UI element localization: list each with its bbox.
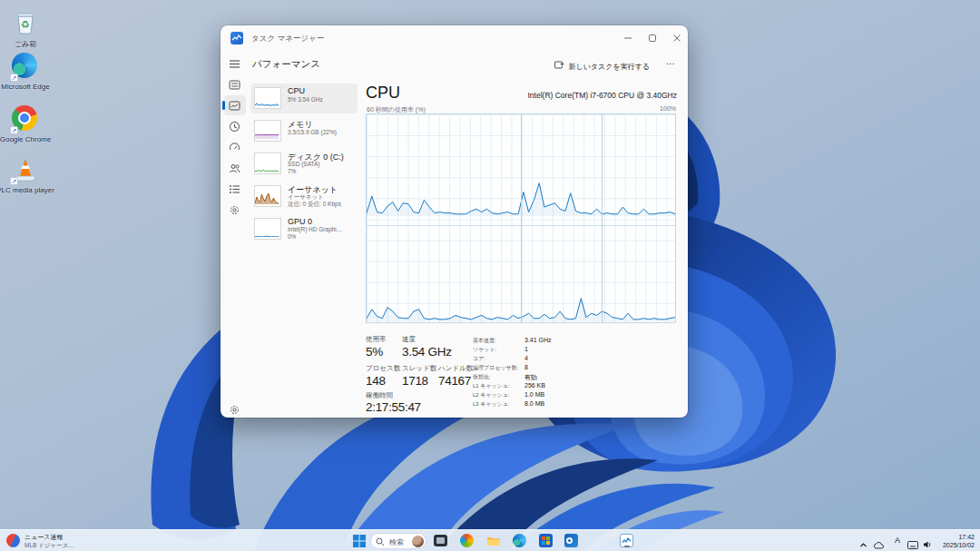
navigation-rail <box>220 51 248 418</box>
detail-value: 256 KB <box>524 382 545 389</box>
copilot-icon[interactable] <box>460 534 475 548</box>
stat-label: スレッド数 <box>402 364 436 373</box>
cpu-detail-pane: CPU Intel(R) Core(TM) i7-6700 CPU @ 3.40… <box>364 80 679 416</box>
panel-item-sub: Intel(R) HD Graphi... <box>288 226 341 232</box>
search-placeholder: 検索 <box>389 537 404 547</box>
cpu-chip-name: Intel(R) Core(TM) i7-6700 CPU @ 3.40GHz <box>527 91 677 100</box>
panel-item-sub: 0% <box>288 233 296 240</box>
detail-value: 1 <box>524 346 528 352</box>
memory-thumbnail-graph <box>254 120 281 142</box>
panel-item-gpu[interactable]: GPU 0 Intel(R) HD Graphi... 0% <box>250 214 358 244</box>
desktop-icon-recycle-bin[interactable]: ♻ ごみ箱 <box>0 9 60 49</box>
stat-label: 使用率 <box>366 335 387 344</box>
chrome-icon: ↗ <box>12 105 39 133</box>
detail-value: 3.41 GHz <box>524 337 552 343</box>
users-icon[interactable] <box>229 162 240 173</box>
stat-label: 速度 <box>402 335 416 344</box>
detail-label: 基本速度: <box>473 337 496 345</box>
widget-subline: MLB ドジャース… <box>24 542 74 550</box>
microsoft-store-icon[interactable] <box>539 534 554 548</box>
graph-scanline <box>602 114 603 322</box>
desktop: ♻ ごみ箱 ↗ Microsoft Edge ↗ Google Chrome ↗… <box>0 0 980 551</box>
run-new-task-label: 新しいタスクを実行する <box>569 63 651 71</box>
stat-value: 148 <box>366 374 386 388</box>
minimize-button[interactable] <box>617 25 639 51</box>
desktop-icon-label: VLC media player <box>0 186 60 194</box>
desktop-icon-label: Microsoft Edge <box>0 83 60 91</box>
performance-panel: CPU 5% 3.54 GHz メモリ 3.5/15.9 GB (22%) ディ… <box>250 84 358 247</box>
desktop-icon-vlc[interactable]: ↗ VLC media player <box>0 156 60 194</box>
file-explorer-icon[interactable] <box>486 534 501 548</box>
stat-value: 5% <box>366 345 383 359</box>
panel-item-name: CPU <box>288 86 305 95</box>
volume-icon[interactable] <box>923 536 933 551</box>
stat-label: ハンドル数 <box>438 364 473 373</box>
tray-chevron-icon[interactable] <box>859 536 867 551</box>
startup-apps-icon[interactable] <box>229 141 240 153</box>
taskbar-clock[interactable]: 17:42 2025/10/02 <box>943 533 975 549</box>
desktop-icon-label: Google Chrome <box>0 135 60 143</box>
rail-accent-bar <box>222 101 225 110</box>
stat-value: 1718 <box>402 374 428 388</box>
graph-scanline <box>521 114 522 322</box>
detail-value: 有効 <box>524 373 537 382</box>
shortcut-arrow-icon: ↗ <box>10 177 18 185</box>
onedrive-icon[interactable] <box>873 536 884 551</box>
edge-taskbar-icon[interactable] <box>513 534 527 548</box>
more-options-button[interactable]: ... <box>666 56 675 66</box>
detail-label: 論理プロセッサ数: <box>473 364 518 372</box>
cpu-section-title: CPU <box>366 84 400 103</box>
desktop-icon-edge[interactable]: ↗ Microsoft Edge <box>0 53 60 91</box>
services-icon[interactable] <box>229 203 240 215</box>
search-icon <box>376 537 385 546</box>
clock-time: 17:42 <box>943 533 975 541</box>
gpu-thumbnail-graph <box>254 218 281 240</box>
panel-item-memory[interactable]: メモリ 3.5/15.9 GB (22%) <box>250 116 358 146</box>
taskbar: ニュース速報 MLB ドジャース… 検索 <box>0 529 980 551</box>
window-title: タスク マネージャー <box>251 34 324 44</box>
ime-indicator[interactable]: A <box>895 536 900 545</box>
widget-headline: ニュース速報 <box>24 533 64 542</box>
panel-item-ethernet[interactable]: イーサネット イーサネット 送信: 0 受信: 0 Kbps <box>250 182 358 212</box>
panel-item-sub: 7% <box>288 168 296 174</box>
panel-item-sub: 3.5/15.9 GB (22%) <box>288 129 337 135</box>
task-manager-taskbar-icon[interactable] <box>620 534 634 548</box>
touch-keyboard-icon[interactable] <box>907 536 918 551</box>
panel-item-cpu[interactable]: CPU 5% 3.54 GHz <box>250 84 358 113</box>
stat-label: 稼働時間 <box>366 391 393 400</box>
cpu-usage-graph[interactable] <box>366 113 676 323</box>
detail-label: L3 キャッシュ: <box>473 400 510 408</box>
app-history-icon[interactable] <box>229 120 240 132</box>
task-view-button[interactable] <box>434 534 448 548</box>
settings-icon[interactable] <box>229 403 240 415</box>
panel-item-sub: 送信: 0 受信: 0 Kbps <box>288 201 341 209</box>
detail-label: 仮想化: <box>473 373 491 381</box>
clock-date: 2025/10/02 <box>943 541 975 549</box>
stat-value: 3.54 GHz <box>402 345 452 359</box>
detail-label: コア: <box>473 355 485 363</box>
panel-item-sub: SSD (SATA) <box>288 161 320 167</box>
performance-icon[interactable] <box>229 99 240 111</box>
recycle-bin-icon: ♻ <box>12 9 39 36</box>
search-box[interactable]: 検索 <box>370 533 426 549</box>
close-button[interactable] <box>666 25 688 51</box>
detail-label: L1 キャッシュ: <box>473 382 510 390</box>
run-new-task-button[interactable]: 新しいタスクを実行する <box>553 58 654 73</box>
graph-max-label: 100% <box>660 105 676 112</box>
vlc-icon: ↗ <box>12 156 39 183</box>
desktop-icon-chrome[interactable]: ↗ Google Chrome <box>0 105 60 143</box>
panel-item-disk[interactable]: ディスク 0 (C:) SSD (SATA) 7% <box>250 149 358 179</box>
run-new-task-icon <box>554 60 564 72</box>
detail-value: 8 <box>524 364 528 370</box>
processes-icon[interactable] <box>229 78 240 90</box>
shortcut-arrow-icon: ↗ <box>10 126 18 134</box>
hamburger-menu-icon[interactable] <box>229 57 240 69</box>
outlook-icon[interactable] <box>564 534 579 548</box>
details-icon[interactable] <box>229 182 240 194</box>
maximize-button[interactable] <box>642 25 663 51</box>
stat-value: 2:17:55:47 <box>366 400 421 414</box>
disk-thumbnail-graph <box>254 153 281 174</box>
page-title: パフォーマンス <box>252 58 320 71</box>
window-titlebar[interactable]: タスク マネージャー <box>220 25 688 51</box>
start-button[interactable] <box>352 534 367 548</box>
